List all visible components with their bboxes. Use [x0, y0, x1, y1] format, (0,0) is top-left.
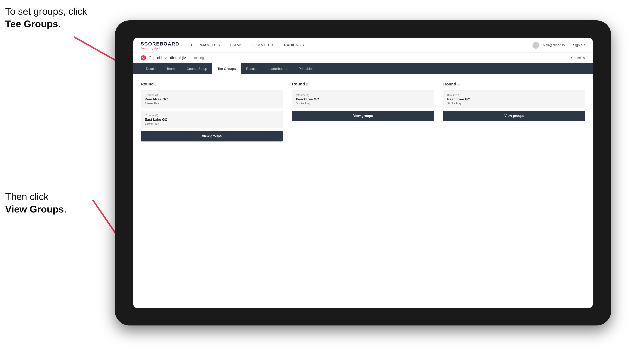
instruction-top-line2: Tee Groups — [5, 18, 58, 29]
round-3-course-a-label: (Course A) — [447, 93, 582, 97]
round-1-course-b-format: Stroke Play — [145, 122, 279, 125]
logo-scoreboard: SCOREBOARD — [141, 41, 179, 47]
round-3-course-a-format: Stroke Play — [447, 102, 582, 105]
round-2-course-a-label: (Course A) — [296, 93, 430, 97]
tab-printables[interactable]: Printables — [294, 63, 318, 74]
tournament-title: Clippd Invitational (M... — [148, 55, 190, 60]
round-1-course-a-name: Peachtree GC — [145, 97, 279, 101]
nav-menu: TOURNAMENTS TEAMS COMMITTEE RANKINGS — [190, 43, 304, 47]
logo: SCOREBOARD Powered by clippit — [141, 41, 179, 50]
round-1-course-b-name: East Lake GC — [145, 118, 279, 122]
avatar — [532, 42, 539, 49]
round-1-title: Round 1 — [141, 82, 283, 87]
instruction-top-line1: To set groups, click — [5, 6, 87, 17]
round-1-course-a-format: Stroke Play — [145, 102, 279, 105]
tab-results[interactable]: Results — [241, 63, 262, 74]
round-3-column: Round 3 (Course A) Peachtree GC Stroke P… — [443, 82, 585, 142]
round-3-title: Round 3 — [443, 82, 585, 87]
sub-nav-tabs: Details Teams Course Setup Tee Groups Re… — [141, 63, 318, 74]
rounds-grid: Round 1 (Course A) Peachtree GC Stroke P… — [141, 82, 585, 142]
nav-item-committee[interactable]: COMMITTEE — [252, 43, 275, 47]
logo-powered: Powered by clippit — [141, 47, 179, 50]
instruction-bottom-line2: View Groups — [5, 204, 64, 214]
nav-item-tournaments[interactable]: TOURNAMENTS — [190, 43, 220, 47]
tournament-logo-c: C — [141, 55, 146, 60]
nav-right: blair@clippd.io | Sign out — [532, 42, 585, 49]
top-nav: SCOREBOARD Powered by clippit TOURNAMENT… — [133, 38, 593, 53]
round-1-course-b-label: (Course B) — [145, 114, 279, 117]
round-2-column: Round 2 (Course A) Peachtree GC Stroke P… — [292, 82, 434, 142]
round-3-course-a-card: (Course A) Peachtree GC Stroke Play — [443, 90, 585, 108]
tab-teams[interactable]: Teams — [161, 63, 182, 74]
round-1-course-a-card: (Course A) Peachtree GC Stroke Play — [141, 90, 283, 108]
nav-item-rankings[interactable]: RANKINGS — [284, 43, 304, 47]
round-3-view-groups-button[interactable]: View groups — [443, 111, 585, 121]
round-2-course-a-name: Peachtree GC — [296, 97, 430, 101]
nav-item-teams[interactable]: TEAMS — [229, 43, 242, 47]
user-email: blair@clippd.io — [543, 43, 565, 47]
round-1-course-b-card: (Course B) East Lake GC Stroke Play — [141, 111, 283, 128]
instruction-top: To set groups, click Tee Groups. — [5, 5, 87, 30]
tournament-name: C Clippd Invitational (M... Hosting — [141, 55, 204, 60]
tab-details[interactable]: Details — [141, 63, 161, 74]
round-2-course-a-format: Stroke Play — [296, 102, 430, 105]
sub-nav: Details Teams Course Setup Tee Groups Re… — [133, 63, 593, 74]
tablet: SCOREBOARD Powered by clippit TOURNAMENT… — [115, 20, 611, 326]
round-1-view-groups-button[interactable]: View groups — [141, 131, 283, 142]
round-2-course-a-card: (Course A) Peachtree GC Stroke Play — [292, 90, 434, 108]
tablet-screen: SCOREBOARD Powered by clippit TOURNAMENT… — [133, 38, 593, 308]
instruction-top-punctuation: . — [58, 18, 60, 29]
round-2-title: Round 2 — [292, 82, 434, 87]
instruction-bottom-line1: Then click — [5, 191, 48, 202]
nav-left: SCOREBOARD Powered by clippit TOURNAMENT… — [141, 41, 304, 50]
tab-course-setup[interactable]: Course Setup — [182, 63, 212, 74]
cancel-button[interactable]: Cancel ✕ — [571, 56, 585, 60]
round-3-course-a-name: Peachtree GC — [447, 97, 582, 101]
main-content: Round 1 (Course A) Peachtree GC Stroke P… — [133, 74, 593, 308]
hosting-label: Hosting — [193, 56, 204, 60]
tab-tee-groups[interactable]: Tee Groups — [212, 63, 241, 74]
round-1-course-a-label: (Course A) — [145, 93, 279, 97]
tournament-bar: C Clippd Invitational (M... Hosting Canc… — [133, 53, 593, 63]
tab-leaderboards[interactable]: Leaderboards — [262, 63, 294, 74]
round-1-column: Round 1 (Course A) Peachtree GC Stroke P… — [141, 82, 283, 142]
sign-out-link[interactable]: Sign out — [573, 43, 585, 47]
round-2-view-groups-button[interactable]: View groups — [292, 111, 434, 121]
